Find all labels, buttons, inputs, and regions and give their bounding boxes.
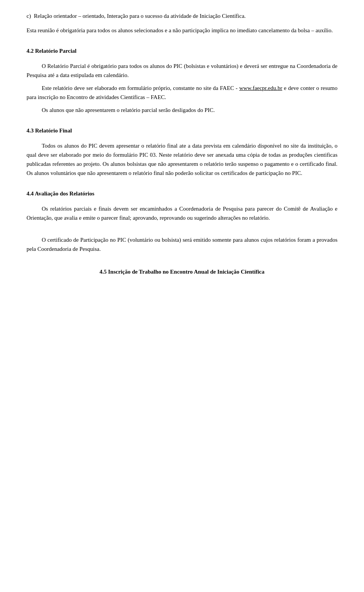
section-45-heading: 4.5 Inscrição de Trabalho no Encontro An…: [27, 267, 337, 276]
section-42-body: O Relatório Parcial é obrigatório para t…: [27, 61, 337, 115]
section-42-para2: Este relatório deve ser elaborado em for…: [27, 83, 337, 102]
section-43: 4.3 Relatório Final Todos os alunos do P…: [27, 126, 337, 178]
section-42-heading: 4.2 Relatório Parcial: [27, 46, 337, 55]
section-44-body: Os relatórios parciais e finais devem se…: [27, 204, 337, 253]
section-43-body: Todos os alunos do PIC devem apresentar …: [27, 141, 337, 178]
section-43-para1: Todos os alunos do PIC devem apresentar …: [27, 141, 337, 178]
section-42-para3: Os alunos que não apresentarem o relatór…: [27, 105, 337, 115]
section-42: 4.2 Relatório Parcial O Relatório Parcia…: [27, 46, 337, 115]
intro-item-c-text: c) Relação orientador – orientado, Inter…: [27, 13, 246, 19]
document-content: c) Relação orientador – orientado, Inter…: [27, 11, 337, 276]
section-42-para1: O Relatório Parcial é obrigatório para t…: [27, 61, 337, 80]
intro-item-meeting: Esta reunião é obrigatória para todos os…: [27, 26, 337, 35]
section-44: 4.4 Avaliação dos Relatórios Os relatóri…: [27, 189, 337, 253]
section-45: 4.5 Inscrição de Trabalho no Encontro An…: [27, 267, 337, 276]
section-44-para2: O certificado de Participação no PIC (vo…: [27, 235, 337, 253]
intro-section: c) Relação orientador – orientado, Inter…: [27, 11, 337, 35]
section-43-heading: 4.3 Relatório Final: [27, 126, 337, 135]
faecpr-link[interactable]: www.faecpr.edu.br: [239, 85, 282, 91]
section-44-heading: 4.4 Avaliação dos Relatórios: [27, 189, 337, 198]
intro-item-c: c) Relação orientador – orientado, Inter…: [27, 11, 337, 20]
section-44-para1: Os relatórios parciais e finais devem se…: [27, 204, 337, 222]
intro-item-meeting-text: Esta reunião é obrigatória para todos os…: [27, 27, 333, 33]
